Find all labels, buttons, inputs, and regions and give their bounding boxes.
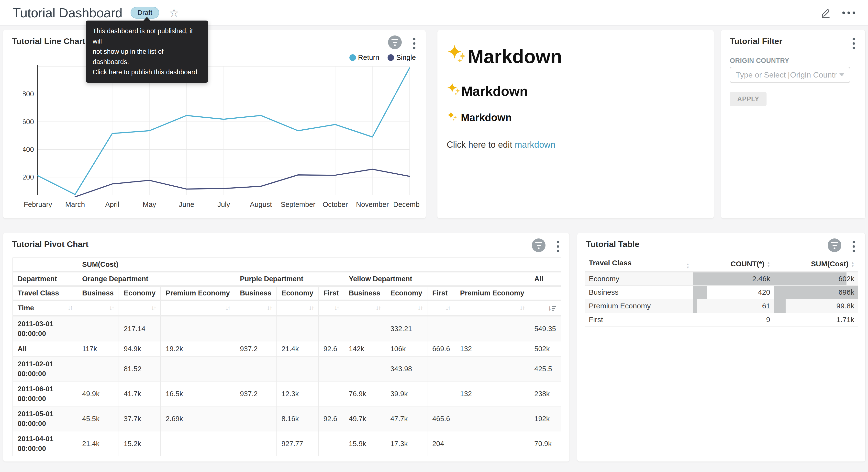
pivot-row-header: 2011-03-0100:00:00	[13, 316, 77, 342]
pivot-cell: 117k	[77, 341, 119, 356]
value-bar	[774, 272, 846, 286]
pivot-cell: 19.2k	[161, 341, 235, 356]
pivot-sort-cell: ↓↑	[277, 300, 319, 316]
pivot-cell	[427, 316, 455, 342]
kebab-menu-icon[interactable]	[411, 38, 417, 49]
kebab-menu-icon[interactable]	[851, 241, 857, 252]
pivot-leaf-header: Premium Economy	[161, 286, 235, 300]
pivot-cell	[455, 406, 529, 431]
x-axis-label: October	[322, 201, 348, 208]
cell-sum: 696k	[774, 286, 858, 299]
sort-carets-icon[interactable]: ▲▼	[686, 263, 689, 269]
pivot-corner-cell	[13, 258, 77, 272]
filter-indicator-icon[interactable]	[388, 35, 402, 49]
pivot-cell: 21.4k	[77, 431, 119, 456]
x-axis-label: February	[24, 201, 52, 208]
y-axis-label: 200	[23, 173, 34, 181]
markdown-card[interactable]: Markdown Markdown Markdown Click here to…	[437, 30, 714, 218]
x-axis-label: July	[217, 201, 230, 208]
x-axis-label: August	[250, 201, 272, 208]
kebab-menu-icon[interactable]	[851, 38, 857, 49]
pivot-sort-cell: ↓↑	[344, 300, 385, 316]
pivot-cell	[455, 431, 529, 456]
sort-icon[interactable]: ↓↑	[334, 304, 339, 312]
pivot-row: 2011-03-0100:00:00217.14332.21549.35	[13, 316, 561, 342]
x-axis-label: September	[281, 201, 315, 208]
sort-icon[interactable]: ↓↑	[376, 304, 380, 312]
pivot-leaf-header: Premium Economy	[455, 286, 529, 300]
sort-icon[interactable]: ↓↑	[445, 304, 450, 312]
sort-descending-active-icon[interactable]: ↓	[548, 304, 556, 312]
pivot-leaf-header: First	[427, 286, 455, 300]
y-axis-label: 800	[23, 90, 34, 98]
x-axis-label: March	[65, 201, 85, 208]
apply-button[interactable]: APPLY	[730, 92, 767, 107]
pivot-cell	[318, 356, 344, 381]
sort-icon[interactable]: ↓↑	[67, 304, 72, 312]
pivot-cell: 94.9k	[119, 341, 161, 356]
publish-tooltip[interactable]: This dashboard is not published, it will…	[86, 21, 208, 83]
table-row: First91.71k	[585, 313, 858, 326]
sort-icon[interactable]: ↓↑	[225, 304, 230, 312]
pivot-sort-cell: ↓↑	[427, 300, 455, 316]
pivot-cell: 132	[455, 381, 529, 406]
origin-country-select[interactable]: Type or Select [Origin Country]	[730, 67, 850, 83]
pivot-group-header: Orange Department	[77, 272, 235, 286]
sort-carets-icon[interactable]: ▲▼	[851, 261, 854, 268]
sort-icon[interactable]: ↓↑	[417, 304, 422, 312]
pivot-cell: 47.7k	[385, 406, 427, 431]
pivot-sort-cell: ↓↑	[385, 300, 427, 316]
table-row: Business420696k	[585, 286, 858, 299]
pivot-leaf-header	[529, 286, 561, 300]
pivot-cell: 17.3k	[385, 431, 427, 456]
edit-pencil-icon[interactable]	[818, 5, 834, 21]
markdown-link[interactable]: markdown	[515, 140, 555, 150]
column-header-count-[interactable]: COUNT(*)▲▼	[693, 257, 774, 272]
sort-carets-icon[interactable]: ▲▼	[767, 261, 770, 268]
ellipsis-icon[interactable]	[842, 11, 855, 14]
pivot-cell: 217.14	[119, 316, 161, 342]
column-header-sum-cost-[interactable]: SUM(Cost)▲▼	[774, 257, 858, 272]
sort-icon[interactable]: ↓↑	[151, 304, 156, 312]
line-series-single[interactable]	[75, 169, 409, 197]
cell-sum: 1.71k	[774, 313, 858, 326]
sort-icon[interactable]: ↓↑	[520, 304, 524, 312]
column-header-travel-class[interactable]: Travel Class▲▼	[585, 257, 693, 272]
pivot-leaf-header: Business	[235, 286, 277, 300]
legend-item-single[interactable]: Single	[388, 54, 416, 62]
y-axis-label: 600	[23, 118, 34, 126]
tooltip-line: Click here to publish this dashboard.	[93, 67, 201, 77]
filter-indicator-icon[interactable]	[828, 238, 841, 252]
x-axis-label: April	[105, 201, 119, 208]
sparkles-icon	[447, 44, 468, 69]
pivot-row: All117k94.9k19.2k937.221.4k92.6142k106k6…	[13, 341, 561, 356]
pivot-cell	[344, 316, 385, 342]
star-icon[interactable]: ☆	[169, 7, 179, 18]
tooltip-arrow	[143, 17, 151, 21]
pivot-row: 2011-02-0100:00:0081.52343.98425.5	[13, 356, 561, 381]
cell-count: 2.46k	[693, 272, 774, 286]
pivot-cell: 2.69k	[161, 406, 235, 431]
pivot-leaf-header: Economy	[119, 286, 161, 300]
line-chart[interactable]: FebruaryMarchAprilMayJuneJulyAugustSepte…	[23, 64, 420, 215]
pivot-sort-cell: ↓↑	[318, 300, 344, 316]
sort-icon[interactable]: ↓↑	[309, 304, 313, 312]
pivot-cell: 15.9k	[344, 431, 385, 456]
pivot-cell	[318, 316, 344, 342]
pivot-cell: 465.6	[427, 406, 455, 431]
pivot-cell	[235, 316, 277, 342]
pivot-cell: 192k	[529, 406, 561, 431]
cell-count: 61	[693, 299, 774, 313]
sort-icon[interactable]: ↓↑	[267, 304, 271, 312]
pivot-cell	[427, 356, 455, 381]
x-axis-label: December	[393, 201, 420, 208]
kebab-menu-icon[interactable]	[555, 241, 561, 252]
pivot-row: 2011-04-0100:00:0021.4k15.2k927.7715.9k1…	[13, 431, 561, 456]
sort-icon[interactable]: ↓↑	[109, 304, 114, 312]
filter-indicator-icon[interactable]	[532, 238, 546, 252]
filter-title: Tutorial Filter	[730, 36, 782, 46]
pivot-cell	[161, 316, 235, 342]
value-bar	[693, 286, 707, 299]
pivot-cell: 343.98	[385, 356, 427, 381]
legend-item-return[interactable]: Return	[349, 54, 379, 62]
